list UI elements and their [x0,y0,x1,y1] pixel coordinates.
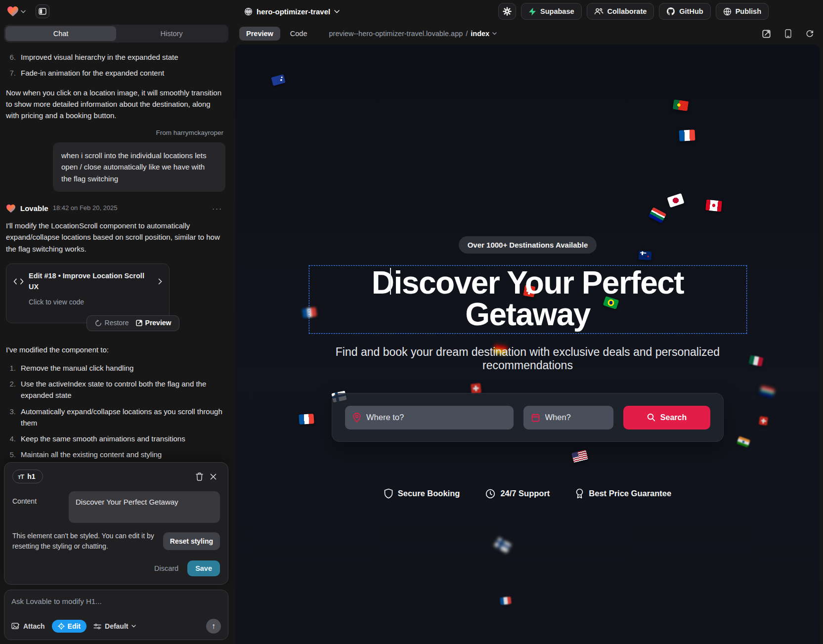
sidebar-tabs: Chat History [4,25,228,43]
edit-mode-label: Edit [68,622,81,630]
calendar-icon [531,413,540,422]
list-number: 7. [6,67,16,79]
composer-input[interactable] [11,597,221,605]
supabase-icon [528,7,536,16]
send-button[interactable]: ↑ [206,619,221,634]
collaborate-label: Collaborate [607,7,647,15]
publish-button[interactable]: Publish [716,3,769,20]
lovable-logo[interactable] [7,6,26,17]
mobile-view-button[interactable] [782,28,793,39]
tab-chat[interactable]: Chat [5,26,116,41]
gear-icon [503,7,512,16]
list-text: Keep the same smooth animations and tran… [21,433,185,444]
award-icon [575,488,584,499]
chat-sidebar: Chat History 6. Improved visual hierarch… [0,23,232,644]
list-item: 4. Keep the same smooth animations and t… [6,433,225,444]
restore-icon [95,320,102,327]
supabase-label: Supabase [540,7,574,15]
collaborate-button[interactable]: Collaborate [587,3,654,20]
preview-viewport[interactable]: Over 1000+ Destinations Available Discov… [235,44,820,644]
restore-button[interactable]: Restore [95,318,129,329]
where-field[interactable] [345,406,514,429]
flag-south-africa-blurred [759,386,775,398]
lovable-heart-icon [7,6,19,17]
project-selector[interactable]: hero-optimizer-travel [232,7,340,16]
where-input[interactable] [366,413,506,422]
preview-label: Preview [145,318,172,329]
target-icon [58,623,65,630]
refresh-button[interactable] [804,28,815,39]
discard-button[interactable]: Discard [154,564,178,572]
search-label: Search [660,413,687,422]
list-text: Maintain all the existing content and st… [21,449,162,459]
user-message-bubble: when i scroll into the individual locati… [53,142,225,192]
content-field-label: Content [12,491,62,523]
feature-label: 24/7 Support [500,489,550,498]
github-button[interactable]: GitHub [659,3,710,20]
tag-label: h1 [27,472,35,480]
reset-styling-button[interactable]: Reset styling [163,532,220,550]
edit-mode-button[interactable]: Edit [52,620,87,633]
hero-title[interactable]: Discover Your Perfect Getaway [309,267,746,330]
chevron-down-icon [492,32,497,35]
restore-label: Restore [105,318,129,329]
url-separator: / [466,30,468,38]
content-input[interactable]: Discover Your Perfect Getaway [69,491,220,523]
chat-scroll-area[interactable]: 6. Improved visual hierarchy in the expa… [0,45,232,459]
search-button[interactable]: Search [623,406,710,429]
search-panel: Search [332,393,724,442]
hero-subtitle: Find and book your dream destination wit… [310,345,745,372]
chevron-down-icon [334,10,340,13]
lovable-heart-icon [6,204,16,213]
when-field[interactable] [523,406,613,429]
project-name: hero-optimizer-travel [257,7,330,16]
code-icon [13,278,24,285]
flag-finland-blurred [494,537,512,553]
close-icon [210,473,217,480]
selection-outline[interactable]: Discover Your Perfect Getaway [309,265,747,334]
edit-card-title: Edit #18 • Improve Location Scroll UX [29,270,153,293]
edit-code-card[interactable]: Edit #18 • Improve Location Scroll UX Cl… [6,263,170,323]
clock-icon [485,489,495,499]
open-in-new-tab-button[interactable] [761,28,772,39]
list-number: 3. [6,406,16,429]
github-label: GitHub [679,7,703,15]
chevron-down-icon [21,10,26,13]
github-icon [666,7,675,16]
preview-url[interactable]: preview--hero-optimizer-travel.lovable.a… [329,30,497,38]
search-icon [647,413,655,422]
settings-button[interactable] [498,3,516,20]
list-item: 5. Maintain all the existing content and… [6,449,225,459]
assistant-paragraph: Now when you click on a location image, … [6,87,225,122]
list-number: 5. [6,449,16,459]
delete-element-button[interactable] [192,470,206,483]
sidebar-toggle-button[interactable] [36,4,49,18]
supabase-button[interactable]: Supabase [521,3,582,20]
list-item: 3. Automatically expand/collapse locatio… [6,406,225,429]
tab-preview[interactable]: Preview [239,27,280,41]
preview-edit-button[interactable]: Preview [136,318,172,329]
flag-portugal [673,99,689,111]
when-input[interactable] [545,413,606,422]
url-page: index [471,30,489,38]
flag-south-africa [649,207,666,223]
location-pin-icon [353,413,361,423]
external-link-icon [136,320,142,326]
features-row: Secure Booking 24/7 Support Best Price G… [384,488,671,499]
save-button[interactable]: Save [187,560,220,576]
close-editor-button[interactable] [206,470,220,483]
flag-japan [667,193,684,208]
model-default-button[interactable]: Default [93,622,136,630]
element-editor-panel: тT h1 Content Discover Your Perfect [4,462,228,585]
selected-element-tag[interactable]: тT h1 [12,470,43,483]
list-text: Use the activeIndex state to control bot… [21,378,225,401]
list-number: 1. [6,362,16,374]
app-header: hero-optimizer-travel Supabase Collabora… [0,0,823,23]
attach-button[interactable]: Attach [11,622,45,630]
tab-history[interactable]: History [116,26,227,41]
people-icon [594,7,604,15]
list-number: 2. [6,378,16,401]
styling-note: This element can't be styled. You can ed… [12,531,157,552]
tab-code[interactable]: Code [283,27,314,41]
message-menu-button[interactable]: ··· [212,203,225,214]
